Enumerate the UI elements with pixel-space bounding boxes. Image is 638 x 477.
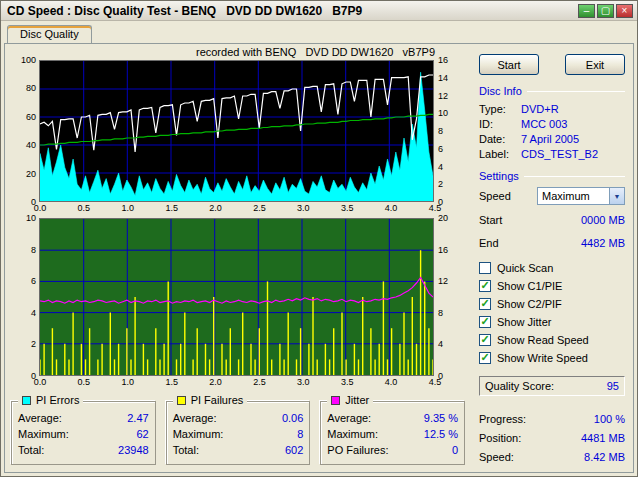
info-value: DVD+R xyxy=(521,102,625,117)
legend-label: Average: xyxy=(18,410,62,426)
disc-info-header-label: Disc Info xyxy=(479,85,522,97)
bottom-chart-left-axis: 1086420 xyxy=(9,218,39,376)
minimize-button[interactable]: – xyxy=(578,4,595,18)
legend-label: Maximum: xyxy=(173,426,224,442)
close-icon: × xyxy=(622,6,628,16)
checkbox-label: Show C1/PIE xyxy=(497,280,562,292)
show-jitter-row[interactable]: Show Jitter xyxy=(479,313,625,331)
legend-value: 23948 xyxy=(118,442,149,458)
speed-status-label: Speed: xyxy=(479,448,514,467)
bottom-chart-x-axis: 0.00.51.01.52.02.53.03.54.04.5 xyxy=(40,376,435,389)
info-value: MCC 003 xyxy=(521,117,625,132)
speed-label: Speed xyxy=(479,190,511,202)
show-c2-pif-checkbox[interactable] xyxy=(479,298,491,310)
tabstrip: Disc Quality xyxy=(1,21,637,43)
quick-scan-checkbox[interactable] xyxy=(479,262,491,274)
legend-row-average: Average:2.47 xyxy=(18,410,149,426)
exit-button[interactable]: Exit xyxy=(565,54,625,75)
legend-value: 0 xyxy=(452,442,458,458)
legend-row: PI Errors Average:2.47 Maximum:62 Total:… xyxy=(11,401,465,465)
legend-value: 2.47 xyxy=(127,410,148,426)
quick-scan-row[interactable]: Quick Scan xyxy=(479,259,625,277)
legend-row-maximum: Maximum:62 xyxy=(18,426,149,442)
show-jitter-checkbox[interactable] xyxy=(479,316,491,328)
minimize-icon: – xyxy=(584,6,590,16)
settings-header: Settings xyxy=(479,170,625,182)
window-title: CD Speed : Disc Quality Test - BENQ DVD … xyxy=(7,4,578,18)
maximize-icon: ▢ xyxy=(601,6,610,16)
show-c1-pie-row[interactable]: Show C1/PIE xyxy=(479,277,625,295)
start-label: Start xyxy=(479,213,502,228)
legend-value: 9.35 % xyxy=(424,410,458,426)
speed-row: Speed Maximum ▼ xyxy=(479,187,625,205)
legend-value: 62 xyxy=(136,426,148,442)
divider xyxy=(524,176,625,177)
jitter-title: Jitter xyxy=(327,394,373,406)
top-chart-x-axis: 0.00.51.01.52.02.53.03.54.04.5 xyxy=(40,202,435,215)
end-label: End xyxy=(479,236,499,251)
legend-label: Total: xyxy=(18,442,44,458)
top-chart-right-axis: 1614121086420 xyxy=(434,60,460,202)
speed-status-row: Speed:8.42 MB xyxy=(479,448,625,467)
bottom-chart-row: 1086420 201612840 xyxy=(9,218,467,376)
speed-status-value: 8.42 MB xyxy=(584,448,625,467)
disc-quality-pane: recorded with BENQ DVD DD DW1620 vB7P9 1… xyxy=(4,43,634,473)
progress-row: Progress:100 % xyxy=(479,410,625,429)
show-c1-pie-checkbox[interactable] xyxy=(479,280,491,292)
show-c2-pif-row[interactable]: Show C2/PIF xyxy=(479,295,625,313)
disc-id-row: ID:MCC 003 xyxy=(479,117,625,132)
info-label: Date: xyxy=(479,132,521,147)
legend-label: Average: xyxy=(173,410,217,426)
legend-title: PI Failures xyxy=(191,394,244,406)
quality-score-value: 95 xyxy=(607,380,619,392)
disc-info-header: Disc Info xyxy=(479,85,625,97)
pi-errors-swatch xyxy=(22,396,31,405)
speed-select-value: Maximum xyxy=(538,190,609,202)
legend-label: Maximum: xyxy=(327,426,378,442)
charts-column: recorded with BENQ DVD DD DW1620 vB7P9 1… xyxy=(9,46,467,472)
start-button[interactable]: Start xyxy=(479,54,539,75)
top-chart-row: 100806040200 1614121086420 xyxy=(9,60,467,202)
pif-jitter-chart xyxy=(40,219,433,375)
maximize-button[interactable]: ▢ xyxy=(597,4,614,18)
quality-score-box: Quality Score: 95 xyxy=(479,376,625,396)
legend-value: 602 xyxy=(285,442,303,458)
status-block: Progress:100 % Position:4481 MB Speed:8.… xyxy=(479,410,625,467)
jitter-swatch xyxy=(331,396,340,405)
bottom-chart-plot xyxy=(39,218,434,376)
close-button[interactable]: × xyxy=(616,4,633,18)
top-chart-left-axis: 100806040200 xyxy=(9,60,39,202)
tab-disc-quality[interactable]: Disc Quality xyxy=(7,25,92,43)
checkbox-label: Show C2/PIF xyxy=(497,298,562,310)
chevron-down-icon[interactable]: ▼ xyxy=(609,188,624,204)
window-controls: – ▢ × xyxy=(578,4,633,18)
disc-type-row: Type:DVD+R xyxy=(479,102,625,117)
end-position-row: End4482 MB xyxy=(479,236,625,251)
show-write-speed-checkbox[interactable] xyxy=(479,352,491,364)
control-panel: Start Exit Disc Info Type:DVD+R ID:MCC 0… xyxy=(467,46,633,472)
checkbox-label: Show Write Speed xyxy=(497,352,588,364)
pi-failures-title: PI Failures xyxy=(173,394,248,406)
legend-label: Maximum: xyxy=(18,426,69,442)
speed-select[interactable]: Maximum ▼ xyxy=(537,187,625,205)
disc-date-row: Date:7 April 2005 xyxy=(479,132,625,147)
show-read-speed-checkbox[interactable] xyxy=(479,334,491,346)
checkbox-label: Quick Scan xyxy=(497,262,553,274)
settings-header-label: Settings xyxy=(479,170,519,182)
titlebar[interactable]: CD Speed : Disc Quality Test - BENQ DVD … xyxy=(1,1,637,21)
start-value: 0000 MB xyxy=(581,213,625,228)
legend-row-total: Total:23948 xyxy=(18,442,149,458)
legend-label: PO Failures: xyxy=(327,442,388,458)
show-read-speed-row[interactable]: Show Read Speed xyxy=(479,331,625,349)
show-write-speed-row[interactable]: Show Write Speed xyxy=(479,349,625,367)
bottom-chart-right-axis: 201612840 xyxy=(434,218,460,376)
legend-row-total: Total:602 xyxy=(173,442,304,458)
info-label: Label: xyxy=(479,147,521,162)
disc-label-row: Label:CDS_TEST_B2 xyxy=(479,147,625,162)
button-row: Start Exit xyxy=(479,54,625,75)
jitter-box: Jitter Average:9.35 % Maximum:12.5 % PO … xyxy=(320,401,465,465)
checkbox-list: Quick Scan Show C1/PIE Show C2/PIF Show … xyxy=(479,259,625,367)
position-value: 4481 MB xyxy=(581,429,625,448)
legend-value: 0.06 xyxy=(282,410,303,426)
legend-row-maximum: Maximum:8 xyxy=(173,426,304,442)
